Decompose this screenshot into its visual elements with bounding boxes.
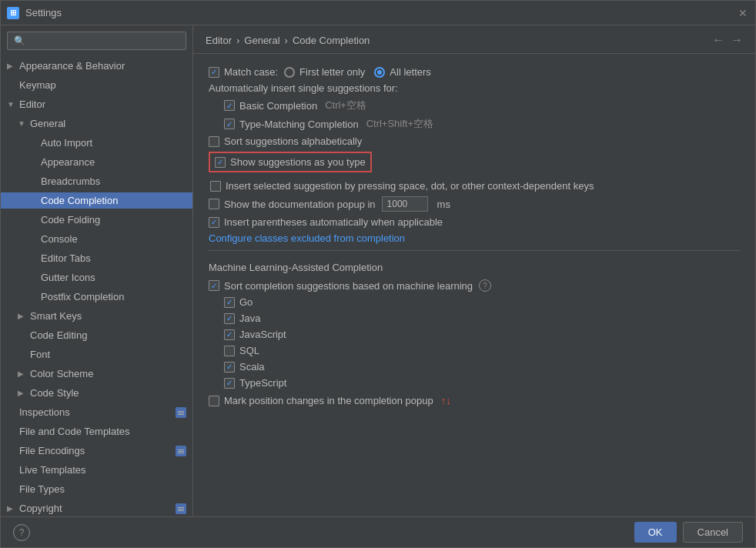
breadcrumb-sep2: › [285, 35, 288, 46]
svg-rect-1 [178, 413, 184, 413]
lang-scala-checkbox[interactable] [224, 362, 235, 373]
sidebar-item-label: Auto Import [41, 137, 92, 149]
sidebar-item-label: Code Completion [41, 195, 118, 206]
arrow-icon: ▶ [7, 62, 16, 70]
lang-java-checkbox[interactable] [224, 313, 235, 324]
sidebar-item-label: File and Code Templates [19, 426, 130, 437]
sidebar-item-file-code-templates[interactable]: File and Code Templates [1, 422, 192, 441]
type-matching-checkbox[interactable] [224, 119, 235, 129]
sidebar-item-editor-tabs[interactable]: Editor Tabs [1, 249, 192, 268]
insert-selected-checkbox[interactable] [210, 181, 221, 192]
sidebar-item-label: File Types [19, 483, 65, 495]
sidebar-item-color-scheme[interactable]: ▶Color Scheme [1, 364, 192, 383]
nav-back-button[interactable]: ← [712, 33, 724, 47]
sidebar-item-live-templates[interactable]: Live Templates [1, 460, 192, 480]
mark-position-label[interactable]: Mark position changes in the completion … [209, 395, 451, 406]
radio-first-letter[interactable]: First letter only [284, 66, 365, 78]
sidebar-item-code-style[interactable]: ▶Code Style [1, 383, 192, 403]
insert-selected-label[interactable]: Insert selected suggestion by pressing s… [209, 180, 594, 192]
lang-sql-label[interactable]: SQL [224, 345, 259, 356]
sidebar-item-label: Inspections [19, 406, 70, 418]
nav-forward-button[interactable]: → [731, 33, 743, 47]
type-matching-label[interactable]: Type-Matching Completion Ctrl+Shift+空格 [224, 117, 433, 131]
bottom-bar: ? OK Cancel [1, 516, 755, 547]
lang-sql-checkbox[interactable] [224, 346, 235, 356]
svg-rect-2 [178, 414, 184, 415]
sort-alpha-label[interactable]: Sort suggestions alphabetically [209, 135, 362, 147]
sort-alpha-checkbox[interactable] [209, 136, 219, 147]
basic-completion-shortcut: Ctrl+空格 [325, 99, 366, 112]
lang-go-label[interactable]: Go [224, 296, 253, 308]
basic-completion-row: Basic Completion Ctrl+空格 [209, 99, 740, 112]
show-suggestions-label[interactable]: Show suggestions as you type [215, 156, 366, 168]
arrow-icon: ▼ [7, 100, 16, 109]
svg-rect-0 [178, 411, 184, 412]
sidebar-item-copyright[interactable]: ▶Copyright [1, 499, 192, 516]
ok-button[interactable]: OK [634, 522, 677, 543]
sidebar-item-file-types[interactable]: File Types [1, 480, 192, 499]
settings-content: Match case: First letter only All letter… [193, 54, 755, 516]
lang-javascript-label[interactable]: JavaScript [224, 329, 286, 340]
insert-parens-label[interactable]: Insert parentheses automatically when ap… [209, 216, 443, 228]
sidebar-item-gutter-icons[interactable]: Gutter Icons [1, 268, 192, 287]
lang-java-row: Java [209, 312, 740, 324]
sidebar-item-code-completion[interactable]: Code Completion [1, 191, 192, 210]
cancel-button[interactable]: Cancel [683, 522, 743, 543]
show-doc-checkbox[interactable] [209, 199, 219, 209]
sidebar-item-label: Copyright [19, 503, 62, 514]
arrow-icon: ▶ [18, 312, 27, 320]
window-title: Settings [25, 7, 62, 18]
show-doc-label[interactable]: Show the documentation popup in [209, 199, 376, 210]
basic-completion-label[interactable]: Basic Completion Ctrl+空格 [224, 99, 366, 112]
lang-go-checkbox[interactable] [224, 297, 235, 308]
sidebar-item-appearance[interactable]: Appearance [1, 152, 192, 172]
lang-typescript-checkbox[interactable] [224, 378, 235, 389]
sidebar-item-code-folding[interactable]: Code Folding [1, 210, 192, 229]
sidebar-item-editor[interactable]: ▼Editor [1, 95, 192, 114]
sidebar: ▶Appearance & BehaviorKeymap▼Editor▼Gene… [1, 25, 193, 516]
sidebar-item-file-encodings[interactable]: File Encodings [1, 441, 192, 460]
mark-position-row: Mark position changes in the completion … [209, 395, 740, 406]
sidebar-item-keymap[interactable]: Keymap [1, 75, 192, 95]
arrow-icon: ▼ [18, 119, 27, 128]
radio-all-letters[interactable]: All letters [374, 66, 430, 78]
basic-completion-checkbox[interactable] [224, 100, 235, 111]
sidebar-item-label: Font [30, 349, 50, 360]
sidebar-item-label: Code Editing [30, 329, 87, 341]
sidebar-item-font[interactable]: Font [1, 345, 192, 364]
sidebar-item-console[interactable]: Console [1, 229, 192, 249]
lang-scala-label[interactable]: Scala [224, 361, 265, 373]
ml-sort-label[interactable]: Sort completion suggestions based on mac… [209, 280, 473, 292]
mark-position-checkbox[interactable] [209, 396, 219, 406]
sidebar-item-general[interactable]: ▼General [1, 114, 192, 133]
sidebar-item-breadcrumbs[interactable]: Breadcrumbs [1, 172, 192, 191]
configure-classes-link[interactable]: Configure classes excluded from completi… [209, 232, 405, 244]
close-button[interactable]: ✕ [737, 7, 749, 19]
arrow-icon: ▶ [7, 504, 16, 513]
sidebar-item-label: Code Style [30, 387, 79, 399]
insert-parens-checkbox[interactable] [209, 217, 219, 228]
auto-insert-row: Automatically insert single suggestions … [209, 82, 740, 94]
radio-first-letter-circle [284, 67, 295, 78]
ml-help-icon[interactable]: ? [479, 279, 491, 292]
sidebar-badge-icon [176, 446, 186, 456]
help-button[interactable]: ? [13, 524, 30, 541]
search-input[interactable] [7, 32, 186, 50]
lang-javascript-checkbox[interactable] [224, 329, 235, 340]
match-case-checkbox[interactable] [209, 67, 219, 78]
sidebar-item-postfix-completion[interactable]: Postfix Completion [1, 287, 192, 306]
show-suggestions-checkbox[interactable] [215, 157, 226, 168]
titlebar: ⊞ Settings ✕ [1, 1, 755, 25]
sidebar-item-smart-keys[interactable]: ▶Smart Keys [1, 306, 192, 326]
sidebar-item-code-editing[interactable]: Code Editing [1, 326, 192, 345]
sidebar-item-label: Appearance [41, 156, 95, 168]
popup-ms-input[interactable] [382, 196, 428, 212]
ml-sort-checkbox[interactable] [209, 280, 219, 291]
sidebar-item-appearance-behavior[interactable]: ▶Appearance & Behavior [1, 56, 192, 75]
sidebar-item-auto-import[interactable]: Auto Import [1, 133, 192, 152]
match-case-label[interactable]: Match case: [209, 66, 278, 78]
lang-java-label[interactable]: Java [224, 312, 260, 324]
main-header: Editor › General › Code Completion ← → [193, 25, 755, 54]
lang-typescript-label[interactable]: TypeScript [224, 377, 286, 389]
sidebar-item-inspections[interactable]: Inspections [1, 403, 192, 422]
